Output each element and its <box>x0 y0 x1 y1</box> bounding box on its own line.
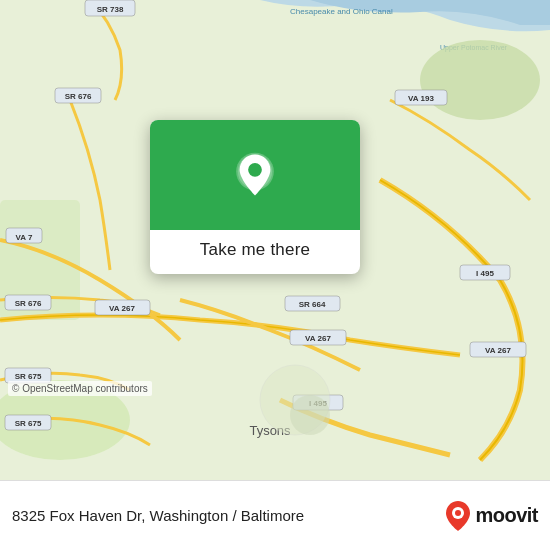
moovit-logo: moovit <box>445 500 538 532</box>
location-pin-icon <box>231 151 279 199</box>
svg-text:VA 267: VA 267 <box>305 334 331 343</box>
svg-text:SR 676: SR 676 <box>65 92 92 101</box>
address-label: 8325 Fox Haven Dr, Washington / Baltimor… <box>12 507 445 524</box>
popup-header <box>150 120 360 230</box>
moovit-pin-icon <box>445 500 471 532</box>
svg-text:VA 193: VA 193 <box>408 94 434 103</box>
svg-text:SR 664: SR 664 <box>299 300 326 309</box>
svg-point-34 <box>290 395 330 435</box>
svg-text:SR 675: SR 675 <box>15 372 42 381</box>
svg-text:SR 675: SR 675 <box>15 419 42 428</box>
svg-text:SR 738: SR 738 <box>97 5 124 14</box>
svg-text:Chesapeake and Ohio Canal: Chesapeake and Ohio Canal <box>290 7 393 16</box>
svg-point-37 <box>248 163 262 177</box>
svg-point-39 <box>455 510 461 516</box>
svg-text:SR 676: SR 676 <box>15 299 42 308</box>
bottom-bar: 8325 Fox Haven Dr, Washington / Baltimor… <box>0 480 550 550</box>
take-me-there-button[interactable]: Take me there <box>200 240 310 260</box>
svg-text:I 495: I 495 <box>476 269 494 278</box>
location-popup: Take me there <box>150 120 360 274</box>
popup-content: Take me there <box>150 230 360 274</box>
svg-text:VA 267: VA 267 <box>485 346 511 355</box>
map-container: Chesapeake and Ohio Canal Upper Potomac … <box>0 0 550 480</box>
svg-point-3 <box>420 40 540 120</box>
svg-text:VA 267: VA 267 <box>109 304 135 313</box>
svg-text:VA 7: VA 7 <box>16 233 33 242</box>
moovit-brand-text: moovit <box>475 504 538 527</box>
copyright-text: © OpenStreetMap contributors <box>8 381 152 396</box>
